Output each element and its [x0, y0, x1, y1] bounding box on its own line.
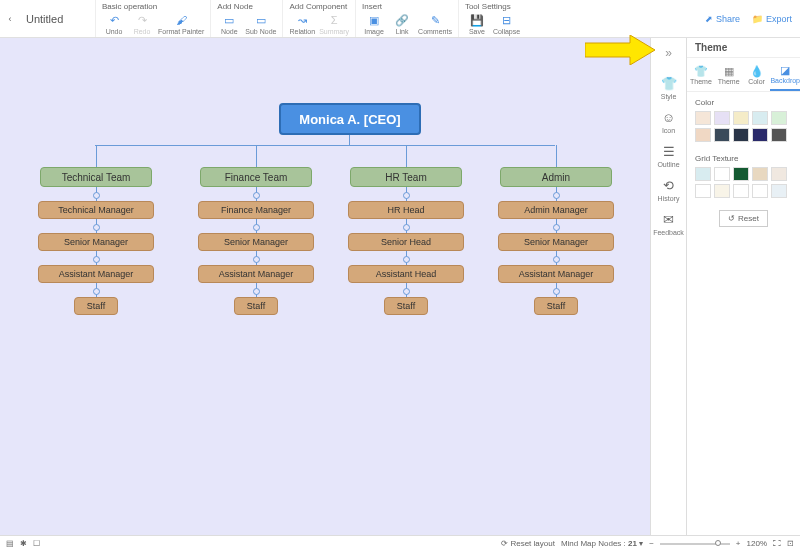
link-button[interactable]: 🔗Link — [390, 13, 414, 35]
node-manager[interactable]: HR Head — [348, 201, 464, 219]
node-manager[interactable]: Admin Manager — [498, 201, 614, 219]
node-dept[interactable]: HR Team — [350, 167, 462, 187]
status-icon[interactable]: ▤ — [6, 539, 14, 548]
zoom-out-button[interactable]: − — [649, 539, 654, 548]
node-manager[interactable]: Senior Manager — [38, 233, 154, 251]
color-swatch[interactable] — [695, 184, 711, 198]
node-dept[interactable]: Admin — [500, 167, 612, 187]
status-icon[interactable]: ☐ — [33, 539, 40, 548]
node-manager[interactable]: Assistant Manager — [198, 265, 314, 283]
color-swatch[interactable] — [714, 184, 730, 198]
toolgroup-add-node: Add Node ▭Node ▭Sub Node — [210, 0, 282, 37]
color-swatch[interactable] — [752, 184, 768, 198]
color-swatch[interactable] — [695, 111, 711, 125]
node-staff[interactable]: Staff — [384, 297, 428, 315]
color-swatch[interactable] — [714, 111, 730, 125]
collapse-icon: ⊟ — [502, 13, 511, 27]
side-feedback[interactable]: ✉Feedback — [653, 212, 684, 236]
summary-icon: Σ — [331, 13, 338, 27]
node-ceo[interactable]: Monica A. [CEO] — [279, 103, 421, 135]
node-button[interactable]: ▭Node — [217, 13, 241, 35]
document-title[interactable]: Untitled — [20, 0, 95, 37]
comments-icon: ✎ — [431, 13, 440, 27]
color-swatch[interactable] — [752, 167, 768, 181]
color-swatch[interactable] — [714, 167, 730, 181]
color-swatch[interactable] — [733, 184, 749, 198]
grid-icon: ▦ — [724, 65, 734, 78]
color-swatch[interactable] — [714, 128, 730, 142]
junction — [253, 288, 260, 295]
node-manager[interactable]: Assistant Manager — [498, 265, 614, 283]
node-manager[interactable]: Senior Head — [348, 233, 464, 251]
color-swatch[interactable] — [752, 128, 768, 142]
collapse-button[interactable]: ⊟Collapse — [493, 13, 520, 35]
node-staff[interactable]: Staff — [234, 297, 278, 315]
side-outline[interactable]: ☰Outline — [657, 144, 679, 168]
link-icon: 🔗 — [395, 13, 409, 27]
history-icon: ⟲ — [663, 178, 674, 193]
node-manager[interactable]: Senior Manager — [198, 233, 314, 251]
export-button[interactable]: 📁Export — [752, 14, 792, 24]
color-swatch[interactable] — [771, 184, 787, 198]
zoom-in-button[interactable]: + — [736, 539, 741, 548]
theme-tab-color[interactable]: 💧Color — [743, 58, 771, 91]
save-button[interactable]: 💾Save — [465, 13, 489, 35]
junction — [403, 288, 410, 295]
color-swatch[interactable] — [771, 111, 787, 125]
color-swatch[interactable] — [752, 111, 768, 125]
status-bar: ▤ ✱ ☐ ⟳ Reset layout Mind Map Nodes : 21… — [0, 535, 800, 551]
back-button[interactable]: ‹ — [0, 0, 20, 37]
junction — [93, 288, 100, 295]
theme-tab-backdrop[interactable]: ◪Backdrop — [770, 58, 800, 91]
status-icon[interactable]: ✱ — [20, 539, 27, 548]
share-button[interactable]: ⬈Share — [705, 14, 740, 24]
side-style[interactable]: 👕Style — [661, 76, 677, 100]
junction — [93, 224, 100, 231]
node-manager[interactable]: Assistant Head — [348, 265, 464, 283]
node-manager[interactable]: Finance Manager — [198, 201, 314, 219]
zoom-value: 120% — [747, 539, 767, 548]
redo-button[interactable]: ↷Redo — [130, 13, 154, 35]
side-history[interactable]: ⟲History — [658, 178, 680, 202]
node-dept[interactable]: Technical Team — [40, 167, 152, 187]
color-swatch[interactable] — [733, 128, 749, 142]
summary-button[interactable]: ΣSummary — [319, 13, 349, 35]
style-icon: 👕 — [661, 76, 677, 91]
node-icon: ▭ — [224, 13, 234, 27]
node-manager[interactable]: Technical Manager — [38, 201, 154, 219]
color-swatch[interactable] — [771, 128, 787, 142]
image-button[interactable]: ▣Image — [362, 13, 386, 35]
color-swatch[interactable] — [733, 111, 749, 125]
theme-tab-theme[interactable]: 👕Theme — [687, 58, 715, 91]
canvas[interactable]: Monica A. [CEO] Technical TeamTechnical … — [0, 38, 650, 535]
sub-node-button[interactable]: ▭Sub Node — [245, 13, 276, 35]
fit-icon[interactable]: ⊡ — [787, 539, 794, 548]
color-swatch[interactable] — [771, 167, 787, 181]
format-painter-button[interactable]: 🖌Format Painter — [158, 13, 204, 35]
fullscreen-icon[interactable]: ⛶ — [773, 539, 781, 548]
panel-collapse-button[interactable]: » — [665, 46, 672, 66]
node-manager[interactable]: Senior Manager — [498, 233, 614, 251]
side-icon[interactable]: ☺Icon — [662, 110, 675, 134]
color-swatch[interactable] — [695, 167, 711, 181]
node-dept[interactable]: Finance Team — [200, 167, 312, 187]
reset-layout-button[interactable]: ⟳ Reset layout — [501, 539, 555, 548]
color-swatch[interactable] — [695, 128, 711, 142]
junction — [253, 192, 260, 199]
color-swatch[interactable] — [733, 167, 749, 181]
node-manager[interactable]: Assistant Manager — [38, 265, 154, 283]
zoom-handle[interactable] — [715, 540, 721, 546]
comments-button[interactable]: ✎Comments — [418, 13, 452, 35]
undo-button[interactable]: ↶Undo — [102, 13, 126, 35]
node-staff[interactable]: Staff — [74, 297, 118, 315]
junction — [93, 256, 100, 263]
reset-button[interactable]: ↺Reset — [719, 210, 768, 227]
connector — [256, 145, 257, 167]
theme-tab-theme2[interactable]: ▦Theme — [715, 58, 743, 91]
relation-button[interactable]: ↝Relation — [289, 13, 315, 35]
connector — [556, 145, 557, 167]
zoom-slider[interactable] — [660, 543, 730, 545]
shirt-icon: 👕 — [694, 65, 708, 78]
node-staff[interactable]: Staff — [534, 297, 578, 315]
color-section-label: Color — [695, 98, 792, 107]
